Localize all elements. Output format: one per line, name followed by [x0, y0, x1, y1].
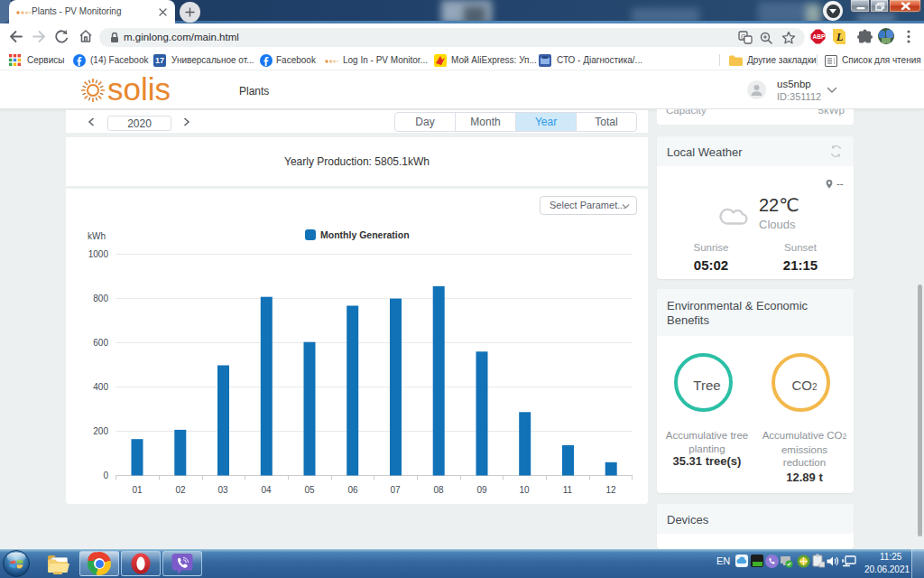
svg-text:kWh: kWh: [88, 231, 106, 241]
svg-text:L: L: [836, 31, 843, 43]
svg-text:1000: 1000: [88, 249, 109, 259]
svg-text:11: 11: [563, 485, 573, 495]
svg-text:800: 800: [93, 294, 108, 303]
svg-text:400: 400: [93, 382, 108, 392]
svg-text:ABP: ABP: [813, 33, 826, 40]
svg-text:06: 06: [347, 485, 358, 495]
svg-text:08: 08: [433, 485, 444, 495]
svg-text:solis: solis: [107, 74, 171, 107]
svg-text:04: 04: [261, 485, 272, 495]
svg-text:01: 01: [132, 485, 143, 495]
svg-text:Monthly Generation: Monthly Generation: [320, 229, 410, 240]
svg-text:200: 200: [93, 426, 108, 436]
svg-text:03: 03: [217, 485, 228, 495]
svg-text:09: 09: [476, 485, 487, 495]
svg-text:10: 10: [519, 485, 530, 495]
svg-text:07: 07: [390, 485, 401, 495]
svg-text:12: 12: [605, 485, 616, 495]
svg-text:05: 05: [304, 485, 315, 495]
svg-text:600: 600: [93, 338, 108, 348]
svg-text:02: 02: [175, 485, 186, 495]
svg-text:0: 0: [103, 471, 108, 480]
